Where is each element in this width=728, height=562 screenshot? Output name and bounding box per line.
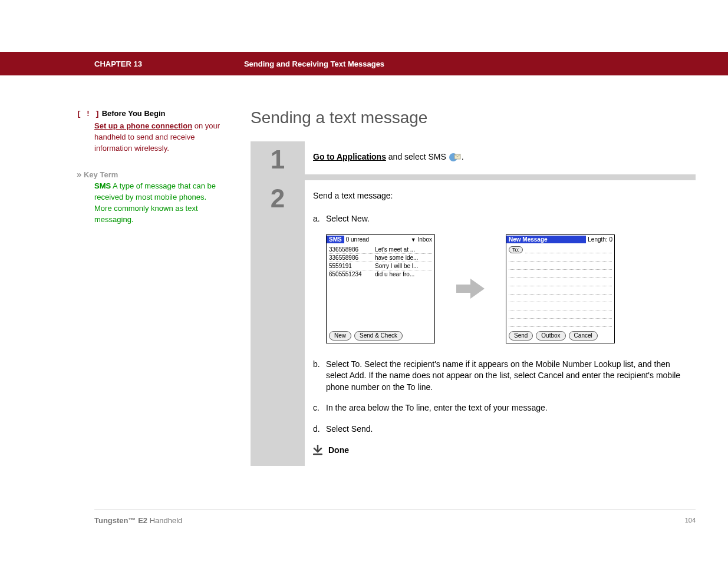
message-body-area[interactable] xyxy=(506,253,614,329)
step2-d: Select Send. xyxy=(326,424,373,435)
go-to-applications-link[interactable]: Go to Applications xyxy=(313,152,386,161)
setup-phone-link[interactable]: Set up a phone connection xyxy=(94,121,192,130)
to-input-line[interactable] xyxy=(525,246,612,253)
header-title: Sending and Receiving Text Messages xyxy=(244,59,384,68)
steps-container: 1 Go to Applications and select SMS . 2 … xyxy=(251,141,696,466)
outbox-button[interactable]: Outbox xyxy=(536,331,565,340)
kt-heading: Key Term xyxy=(84,170,118,179)
kt-term: SMS xyxy=(94,181,111,190)
step1-text: and select SMS xyxy=(386,152,449,161)
arrow-right-icon xyxy=(455,277,486,300)
step2-b: Select To. Select the recipient's name i… xyxy=(326,359,686,394)
page-number: 104 xyxy=(685,517,696,524)
cancel-button[interactable]: Cancel xyxy=(569,331,598,340)
step-1: 1 Go to Applications and select SMS . xyxy=(251,141,696,174)
step1-dot: . xyxy=(462,152,464,161)
step2-intro: Send a text message: xyxy=(313,191,686,200)
sms-app-icon xyxy=(449,152,462,163)
step-number: 1 xyxy=(251,141,305,174)
message-list: 336558986Let's meet at ... 336558986have… xyxy=(327,244,434,329)
dropdown-icon: ▼ xyxy=(411,237,416,243)
page-title: Sending a text message xyxy=(251,108,696,127)
sidebar: [ ! ] Before You Begin Set up a phone co… xyxy=(77,108,251,466)
new-button[interactable]: New xyxy=(329,331,351,340)
main-content: Sending a text message 1 Go to Applicati… xyxy=(251,108,696,466)
folder-name: Inbox xyxy=(418,236,432,243)
header-band: CHAPTER 13 Sending and Receiving Text Me… xyxy=(0,52,728,75)
key-term-block: » Key Term SMS A type of message that ca… xyxy=(77,168,221,225)
done-arrow-icon xyxy=(313,445,322,455)
kt-definition: A type of message that can be received b… xyxy=(94,181,216,224)
byb-heading: Before You Begin xyxy=(102,109,166,118)
before-you-begin-block: [ ! ] Before You Begin Set up a phone co… xyxy=(77,108,221,154)
footer: Tungsten™ E2 Handheld 104 xyxy=(94,510,696,525)
step-2: 2 Send a text message: a.Select New. SMS… xyxy=(251,174,696,466)
unread-count: 0 unread xyxy=(344,236,411,243)
to-button[interactable]: To: xyxy=(509,246,523,253)
chevron-icon: » xyxy=(77,169,81,179)
step-number: 2 xyxy=(251,180,305,466)
send-check-button[interactable]: Send & Check xyxy=(354,331,403,340)
length-indicator: Length: 0 xyxy=(586,236,614,243)
product-name: Tungsten™ E2 xyxy=(94,516,147,525)
send-button[interactable]: Send xyxy=(509,331,533,340)
step2-c: In the area below the To line, enter the… xyxy=(326,402,548,414)
app-badge: SMS xyxy=(327,236,344,243)
chapter-label: CHAPTER 13 xyxy=(94,59,142,68)
step2-a: Select New. xyxy=(326,213,370,225)
new-message-title: New Message xyxy=(506,236,586,243)
warning-icon: [ ! ] xyxy=(77,110,100,118)
product-suffix: Handheld xyxy=(147,516,182,525)
new-message-screenshot: New Message Length: 0 To: xyxy=(506,234,615,343)
done-label: Done xyxy=(328,445,349,455)
inbox-screenshot: SMS 0 unread ▼ Inbox 336558986Let's meet… xyxy=(326,234,435,343)
